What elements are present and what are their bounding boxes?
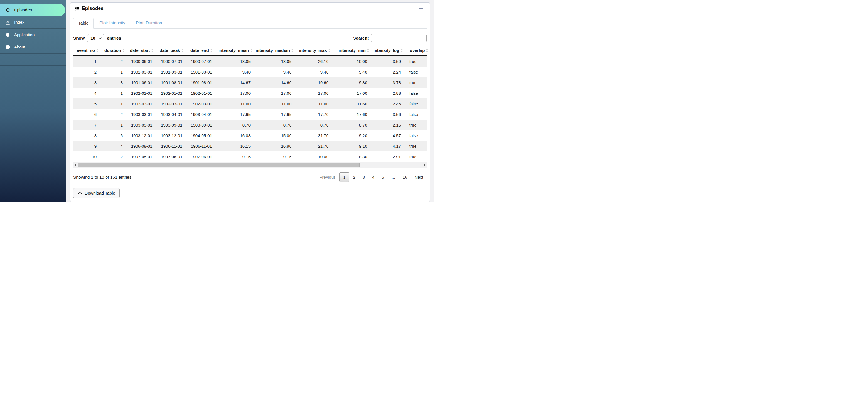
table-cell: 3 (73, 77, 100, 88)
info-circle-icon (5, 44, 10, 50)
table-cell: 9.40 (254, 67, 296, 77)
table-cell: 1903-04-01 (157, 109, 187, 120)
page-button-5[interactable]: 5 (378, 173, 388, 182)
table-cell: 1903-03-01 (127, 109, 157, 120)
table-cell: 9.15 (254, 151, 296, 162)
table-cell: 1 (100, 88, 127, 98)
table-cell: 9 (73, 141, 100, 151)
table-info: Showing 1 to 10 of 151 entries (73, 175, 131, 180)
header-row: event_no duration date_start date_peak d… (73, 46, 427, 56)
column-header-date_end[interactable]: date_end (187, 46, 216, 56)
table-row: 411902-01-011902-01-011902-01-0117.0017.… (73, 88, 427, 98)
sidebar-item-episodes[interactable]: Episodes (0, 4, 65, 16)
table-cell: 1901-03-01 (157, 67, 187, 77)
table-cell: 1902-01-01 (187, 88, 216, 98)
column-header-intensity_median[interactable]: intensity_median (254, 46, 296, 56)
sidebar-nav: Episodes Index (0, 4, 66, 66)
sidebar: Episodes Index (0, 0, 66, 202)
card-title: Episodes (82, 6, 103, 11)
column-header-intensity_max[interactable]: intensity_max (296, 46, 332, 56)
sort-icon (250, 49, 252, 52)
table-cell: 16.15 (216, 141, 254, 151)
table-cell: 1901-06-01 (127, 77, 157, 88)
previous-page-button[interactable]: Previous (316, 173, 339, 182)
scroll-right-arrow-icon[interactable] (424, 163, 426, 167)
column-header-date_start[interactable]: date_start (127, 46, 157, 56)
sort-icon (210, 49, 212, 52)
page-button-1[interactable]: 1 (339, 172, 349, 182)
table-cell: 10.00 (332, 56, 371, 67)
page-button-16[interactable]: 16 (399, 173, 411, 182)
table-cell: 17.00 (332, 88, 371, 98)
page-button-4[interactable]: 4 (369, 173, 378, 182)
scroll-left-arrow-icon[interactable] (74, 163, 76, 167)
table-cell: 2.45 (371, 98, 405, 109)
next-page-button[interactable]: Next (411, 173, 427, 182)
table-cell: 1902-03-01 (157, 98, 187, 109)
table-cell: 8.70 (254, 120, 296, 130)
scrollbar-thumb[interactable] (78, 163, 360, 167)
collapse-button[interactable] (417, 6, 425, 10)
table-row: 711903-09-011903-09-011903-09-018.708.70… (73, 120, 427, 130)
table-cell: 2.16 (371, 120, 405, 130)
table-cell: 1901-08-01 (157, 77, 187, 88)
column-header-date_peak[interactable]: date_peak (157, 46, 187, 56)
table-cell: 1902-03-01 (127, 98, 157, 109)
tab-table[interactable]: Table (73, 18, 94, 29)
minus-icon (419, 8, 424, 9)
column-header-intensity_min[interactable]: intensity_min (332, 46, 371, 56)
table-cell: 3.78 (371, 77, 405, 88)
table-cell: 4.57 (371, 130, 405, 141)
table-cell: 1906-08-01 (127, 141, 157, 151)
sidebar-item-index[interactable]: Index (0, 16, 66, 29)
crosshairs-icon (5, 7, 10, 13)
sidebar-item-about[interactable]: About (0, 41, 66, 54)
sidebar-item-label: About (14, 45, 25, 49)
sidebar-item-application[interactable]: Application (0, 29, 66, 41)
table-cell: 2.24 (371, 67, 405, 77)
column-header-duration[interactable]: duration (100, 46, 127, 56)
table-row: 1021907-05-011907-06-011907-06-019.159.1… (73, 151, 427, 162)
table-cell: 6 (100, 130, 127, 141)
sort-icon (328, 49, 331, 52)
table-cell: 2 (100, 109, 127, 120)
table-cell: 17.00 (296, 88, 332, 98)
column-header-intensity_log[interactable]: intensity_log (371, 46, 405, 56)
tab-plot-intensity[interactable]: Plot: Intensity (95, 18, 130, 28)
horizontal-scrollbar[interactable] (73, 162, 427, 168)
page-length-select[interactable]: 10 (87, 34, 104, 42)
brain-icon (5, 32, 10, 37)
table-cell: 31.70 (296, 130, 332, 141)
table-cell: 1 (100, 98, 127, 109)
table-cell: 9.20 (332, 130, 371, 141)
table-cell: 2.91 (371, 151, 405, 162)
table-cell: 19.60 (296, 77, 332, 88)
sidebar-item-label: Index (14, 20, 25, 25)
table-cell: 15.00 (254, 130, 296, 141)
table-cell: true (405, 120, 427, 130)
table-cell: 2 (73, 67, 100, 77)
entries-label: entries (107, 36, 121, 41)
table-cell: 10.00 (296, 151, 332, 162)
table-cell: 1900-06-01 (127, 56, 157, 67)
sort-icon (291, 49, 293, 52)
table-cell: 11.60 (296, 98, 332, 109)
table-row: 331901-06-011901-08-011901-08-0114.6714.… (73, 77, 427, 88)
table-cell: 1903-12-01 (157, 130, 187, 141)
table-cell: 8.30 (332, 151, 371, 162)
download-table-button[interactable]: Download Table (73, 188, 120, 198)
list-check-icon (74, 6, 79, 11)
table-row: 621903-03-011903-04-011903-04-0117.6517.… (73, 109, 427, 120)
table-cell: 18.05 (216, 56, 254, 67)
page-button-3[interactable]: 3 (359, 173, 368, 182)
sort-icon (367, 49, 369, 52)
page-button-2[interactable]: 2 (349, 173, 359, 182)
table-cell: false (405, 130, 427, 141)
column-header-event_no[interactable]: event_no (73, 46, 100, 56)
column-header-overlap[interactable]: overlap (405, 46, 427, 56)
search-input[interactable] (371, 34, 427, 42)
column-header-intensity_mean[interactable]: intensity_mean (216, 46, 254, 56)
table-cell: 1904-05-01 (187, 130, 216, 141)
tab-plot-duration[interactable]: Plot: Duration (131, 18, 167, 28)
main-content: Episodes Table Plot: Intensity Plot: Dur… (66, 0, 434, 202)
